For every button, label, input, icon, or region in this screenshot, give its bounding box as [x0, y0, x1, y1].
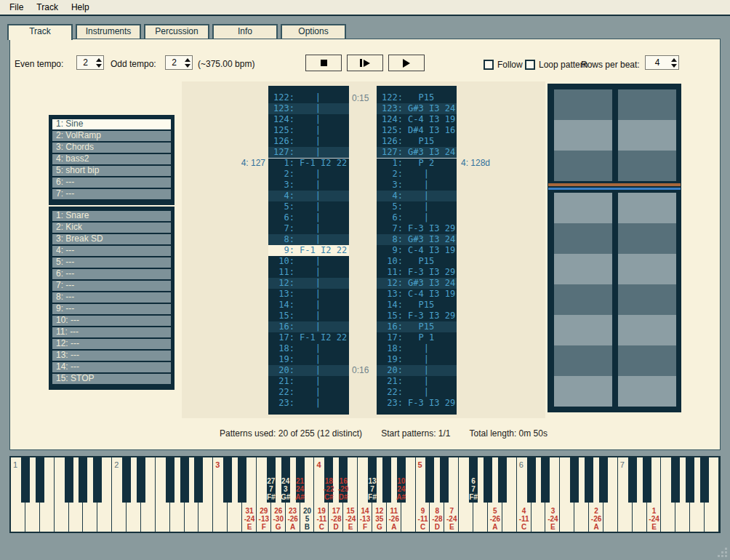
percussion-item[interactable]: 8: ---	[52, 292, 171, 303]
pattern-row[interactable]: 12: G#3 I3 24	[377, 278, 457, 289]
black-key-Gs2[interactable]	[180, 457, 189, 503]
black-key-Ds7[interactable]	[643, 457, 651, 503]
pattern-row[interactable]: 7: F-3 I3 29	[377, 223, 457, 234]
pattern-block[interactable]	[618, 223, 676, 254]
percussion-item[interactable]: 13: ---	[52, 351, 171, 361]
pattern-row[interactable]: 4: |	[377, 191, 457, 201]
menu-item-track[interactable]: Track	[30, 1, 65, 14]
pattern-block[interactable]	[618, 120, 676, 151]
pattern-row-cursor[interactable]: 9: F-1 I2 22	[268, 245, 349, 256]
pattern-row[interactable]: 11: |	[268, 267, 349, 278]
pattern-block[interactable]	[618, 254, 676, 284]
black-key-As1[interactable]	[93, 457, 102, 503]
black-key-Cs7[interactable]	[628, 457, 637, 503]
pattern-row[interactable]: 10: P15	[377, 256, 457, 267]
black-key-Fs1[interactable]	[65, 457, 73, 503]
black-key-Cs2[interactable]	[122, 457, 131, 503]
even-tempo-spinner[interactable]: 2	[76, 55, 104, 70]
even-tempo-spin-buttons[interactable]	[94, 56, 103, 69]
menu-item-help[interactable]: Help	[65, 1, 96, 14]
percussion-item[interactable]: 4: ---	[52, 246, 171, 256]
pattern-row[interactable]: 22: |	[268, 387, 349, 398]
percussion-item[interactable]: 10: ---	[52, 316, 171, 326]
pattern-row[interactable]: 17: P 1	[377, 332, 457, 343]
instrument-item[interactable]: 1: Sine	[52, 119, 171, 129]
pattern-row[interactable]: 1: F-1 I2 22	[268, 158, 349, 169]
pattern-row[interactable]: 3: |	[377, 180, 457, 191]
spin-down-icon[interactable]	[671, 64, 677, 68]
instrument-item[interactable]: 5: short bip	[52, 166, 171, 176]
pattern-row[interactable]: 123: G#3 I3 24	[377, 103, 457, 114]
black-key-Fs6[interactable]	[570, 457, 579, 503]
pattern-block[interactable]	[618, 284, 676, 315]
percussion-item[interactable]: 15: STOP	[52, 374, 171, 384]
black-key-Gs1[interactable]	[79, 457, 87, 503]
pattern-row[interactable]: 2: |	[268, 169, 349, 180]
pattern-row[interactable]: 21: |	[377, 376, 457, 387]
pattern-row[interactable]: 21: |	[268, 376, 349, 387]
pattern-row[interactable]: 13: C-4 I3 19	[377, 289, 457, 300]
pattern-block[interactable]	[554, 151, 612, 181]
spin-up-icon[interactable]	[185, 58, 190, 62]
black-key-As6[interactable]	[599, 457, 608, 503]
stop-button[interactable]	[305, 55, 342, 71]
pattern-row[interactable]: 1: P 2	[377, 158, 457, 169]
tab-track[interactable]: Track	[7, 24, 73, 40]
black-key-As7[interactable]	[700, 457, 709, 503]
black-key-Fs2[interactable]	[166, 457, 175, 503]
black-key-Cs3[interactable]	[223, 457, 232, 503]
pattern-row[interactable]: 10: |	[268, 256, 349, 267]
pattern-row[interactable]: 13: |	[268, 289, 349, 300]
pattern-row[interactable]: 19: |	[268, 354, 349, 365]
pattern-block[interactable]	[554, 89, 612, 120]
pattern-block[interactable]	[554, 284, 612, 315]
black-key-Ds1[interactable]	[36, 457, 44, 503]
spin-down-icon[interactable]	[185, 64, 190, 68]
instrument-item[interactable]: 6: ---	[52, 177, 171, 188]
pattern-row[interactable]: 2: |	[377, 169, 457, 180]
pattern-block[interactable]	[618, 315, 676, 345]
pattern-row[interactable]: 127: G#3 I3 24	[377, 147, 457, 158]
tab-instruments[interactable]: Instruments	[76, 24, 141, 39]
rows-per-beat-spinner[interactable]: 4	[645, 55, 679, 70]
pattern-row[interactable]: 18: |	[268, 343, 349, 354]
pattern-row[interactable]: 15: |	[268, 311, 349, 321]
instrument-item[interactable]: 3: Chords	[52, 143, 171, 153]
black-key-As2[interactable]	[194, 457, 203, 503]
percussion-item[interactable]: 7: ---	[52, 281, 171, 291]
pattern-row[interactable]: 16: |	[268, 321, 349, 332]
spin-down-icon[interactable]	[96, 64, 102, 68]
black-key-Ds3[interactable]	[238, 457, 246, 503]
black-key-Cs1[interactable]	[21, 457, 30, 503]
pattern-row[interactable]: 18: |	[377, 343, 457, 354]
black-key-Cs5[interactable]	[425, 457, 434, 503]
pattern-row[interactable]: 20: |	[377, 365, 457, 376]
percussion-item[interactable]: 12: ---	[52, 339, 171, 349]
black-key-Gs6[interactable]	[585, 457, 593, 503]
pattern-block[interactable]	[554, 315, 612, 345]
follow-checkbox[interactable]	[484, 60, 494, 70]
pattern-row[interactable]: 5: |	[377, 201, 457, 212]
instrument-item[interactable]: 7: ---	[52, 189, 171, 199]
percussion-item[interactable]: 5: ---	[52, 257, 171, 268]
instrument-item[interactable]: 2: VolRamp	[52, 131, 171, 141]
pattern-block[interactable]	[554, 120, 612, 151]
odd-tempo-spinner[interactable]: 2	[165, 55, 193, 70]
pattern-row[interactable]: 20: |	[268, 365, 349, 376]
pattern-row[interactable]: 8: |	[268, 234, 349, 245]
instrument-item[interactable]: 4: bass2	[52, 154, 171, 164]
pattern-row[interactable]: 123: |	[268, 103, 349, 114]
pattern-row[interactable]: 125: D#4 I3 16	[377, 125, 457, 136]
black-key-As5[interactable]	[498, 457, 507, 503]
pattern-row[interactable]: 6: |	[268, 212, 349, 223]
pattern-row[interactable]: 6: |	[377, 212, 457, 223]
black-key-Cs6[interactable]	[527, 457, 536, 503]
pattern-row[interactable]: 23: |	[268, 398, 349, 409]
pattern-row[interactable]: 7: |	[268, 223, 349, 234]
pattern-block[interactable]	[618, 193, 676, 223]
menu-item-file[interactable]: File	[3, 1, 30, 14]
pattern-row[interactable]: 14: P15	[377, 300, 457, 311]
loop-pattern-checkbox[interactable]	[525, 60, 535, 70]
pattern-row[interactable]: 16: P15	[377, 321, 457, 332]
spin-up-icon[interactable]	[96, 58, 102, 62]
